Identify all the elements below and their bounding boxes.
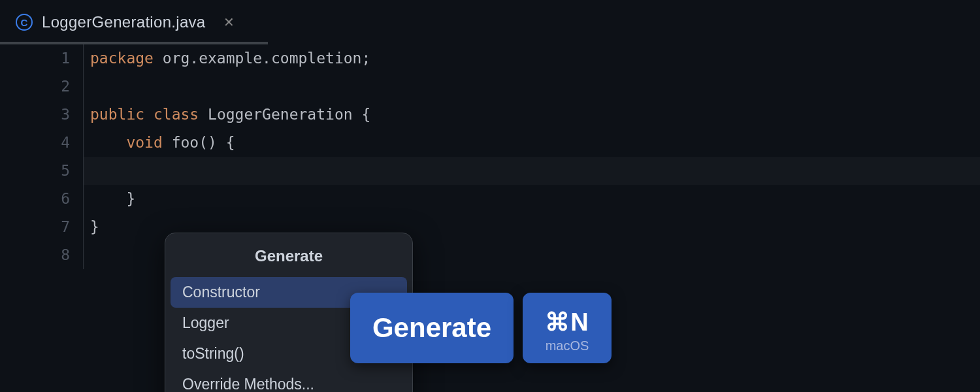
popup-title: Generate — [171, 239, 407, 277]
line-number: 8 — [0, 241, 70, 269]
editor-tab[interactable]: C LoggerGeneration.java ✕ — [0, 0, 246, 44]
class-file-icon: C — [16, 14, 33, 31]
popup-item-override-methods[interactable]: Override Methods... — [171, 369, 407, 392]
hint-action-label: Generate — [372, 312, 491, 344]
hint-shortcut-os: macOS — [546, 338, 589, 353]
line-number: 1 — [0, 44, 70, 73]
line-number: 6 — [0, 185, 70, 213]
hint-badge-shortcut: ⌘N macOS — [523, 293, 612, 363]
code-line: void foo() { — [84, 129, 980, 157]
current-line-highlight — [84, 157, 980, 185]
line-number: 5 — [0, 157, 70, 185]
tab-filename: LoggerGeneration.java — [42, 13, 205, 31]
line-number-gutter: 1 2 3 4 5 6 7 8 — [0, 44, 84, 269]
code-editor[interactable]: 1 2 3 4 5 6 7 8 package org.example.comp… — [0, 44, 980, 269]
close-tab-icon[interactable]: ✕ — [223, 14, 235, 30]
hint-badge-action: Generate — [350, 293, 514, 363]
hint-shortcut-keys: ⌘N — [545, 308, 589, 336]
code-line: } — [84, 185, 980, 213]
line-number: 2 — [0, 73, 70, 101]
tab-bar: C LoggerGeneration.java ✕ — [0, 0, 980, 44]
code-line: package org.example.completion; — [84, 44, 980, 73]
line-number: 3 — [0, 101, 70, 129]
code-line — [84, 73, 980, 101]
line-number: 4 — [0, 129, 70, 157]
code-line: public class LoggerGeneration { — [84, 101, 980, 129]
line-number: 7 — [0, 213, 70, 241]
